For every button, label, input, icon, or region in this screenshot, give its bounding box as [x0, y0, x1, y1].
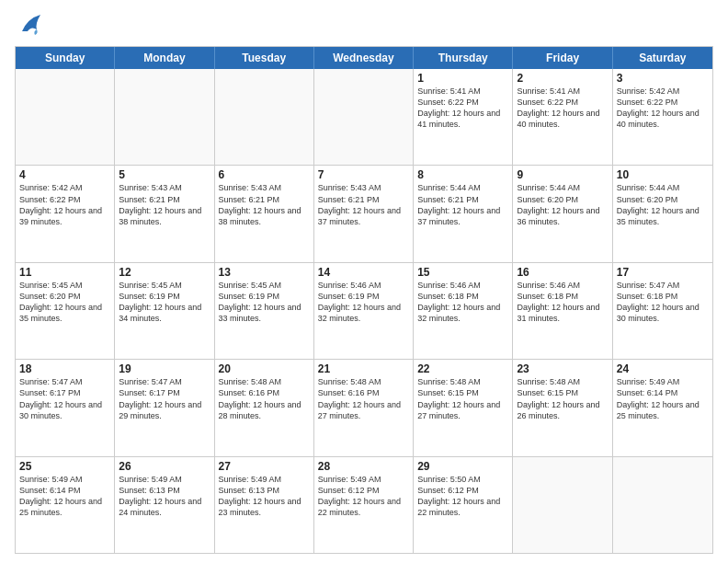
calendar-cell: 11Sunrise: 5:45 AM Sunset: 6:20 PM Dayli…: [16, 263, 115, 359]
calendar-header-row: SundayMondayTuesdayWednesdayThursdayFrid…: [16, 47, 712, 69]
calendar-body: 1Sunrise: 5:41 AM Sunset: 6:22 PM Daylig…: [16, 69, 712, 553]
page: SundayMondayTuesdayWednesdayThursdayFrid…: [0, 0, 728, 563]
day-info: Sunrise: 5:49 AM Sunset: 6:12 PM Dayligh…: [318, 474, 409, 519]
calendar-header-cell: Wednesday: [314, 47, 414, 69]
calendar-cell: 14Sunrise: 5:46 AM Sunset: 6:19 PM Dayli…: [314, 263, 414, 359]
day-number: 6: [219, 168, 310, 181]
day-number: 26: [119, 460, 210, 473]
day-info: Sunrise: 5:43 AM Sunset: 6:21 PM Dayligh…: [318, 182, 409, 227]
day-info: Sunrise: 5:41 AM Sunset: 6:22 PM Dayligh…: [517, 86, 608, 131]
calendar-cell: [215, 69, 314, 165]
day-info: Sunrise: 5:48 AM Sunset: 6:15 PM Dayligh…: [517, 376, 608, 421]
calendar-row: 25Sunrise: 5:49 AM Sunset: 6:14 PM Dayli…: [16, 456, 712, 553]
day-info: Sunrise: 5:49 AM Sunset: 6:14 PM Dayligh…: [617, 376, 709, 421]
calendar-cell: 27Sunrise: 5:49 AM Sunset: 6:13 PM Dayli…: [215, 457, 314, 553]
calendar-header-cell: Saturday: [613, 47, 712, 69]
day-info: Sunrise: 5:44 AM Sunset: 6:20 PM Dayligh…: [617, 182, 709, 227]
calendar-cell: 25Sunrise: 5:49 AM Sunset: 6:14 PM Dayli…: [16, 457, 115, 553]
calendar-cell: 22Sunrise: 5:48 AM Sunset: 6:15 PM Dayli…: [414, 360, 513, 455]
day-number: 9: [517, 168, 608, 181]
calendar-cell: [613, 457, 712, 553]
day-number: 13: [219, 266, 310, 279]
day-info: Sunrise: 5:47 AM Sunset: 6:17 PM Dayligh…: [19, 376, 110, 421]
calendar-cell: 19Sunrise: 5:47 AM Sunset: 6:17 PM Dayli…: [115, 360, 214, 455]
calendar-cell: 5Sunrise: 5:43 AM Sunset: 6:21 PM Daylig…: [115, 166, 214, 261]
day-info: Sunrise: 5:49 AM Sunset: 6:13 PM Dayligh…: [219, 474, 310, 519]
day-info: Sunrise: 5:44 AM Sunset: 6:20 PM Dayligh…: [517, 182, 608, 227]
day-info: Sunrise: 5:50 AM Sunset: 6:12 PM Dayligh…: [417, 474, 508, 519]
calendar-cell: [115, 69, 214, 165]
calendar-header-cell: Friday: [513, 47, 612, 69]
calendar-cell: 13Sunrise: 5:45 AM Sunset: 6:19 PM Dayli…: [215, 263, 314, 359]
day-number: 15: [417, 266, 508, 279]
calendar-header-cell: Tuesday: [215, 47, 314, 69]
day-number: 12: [119, 266, 210, 279]
day-info: Sunrise: 5:47 AM Sunset: 6:18 PM Dayligh…: [617, 280, 709, 325]
calendar-row: 18Sunrise: 5:47 AM Sunset: 6:17 PM Dayli…: [16, 359, 712, 455]
calendar-cell: 16Sunrise: 5:46 AM Sunset: 6:18 PM Dayli…: [513, 263, 612, 359]
calendar-cell: 28Sunrise: 5:49 AM Sunset: 6:12 PM Dayli…: [314, 457, 414, 553]
day-info: Sunrise: 5:46 AM Sunset: 6:19 PM Dayligh…: [318, 280, 409, 325]
calendar-cell: 20Sunrise: 5:48 AM Sunset: 6:16 PM Dayli…: [215, 360, 314, 455]
calendar-cell: 1Sunrise: 5:41 AM Sunset: 6:22 PM Daylig…: [414, 69, 513, 165]
day-number: 22: [417, 362, 508, 375]
day-number: 27: [219, 460, 310, 473]
logo: [15, 11, 44, 40]
day-info: Sunrise: 5:45 AM Sunset: 6:20 PM Dayligh…: [19, 280, 110, 325]
day-number: 17: [617, 266, 709, 279]
day-info: Sunrise: 5:43 AM Sunset: 6:21 PM Dayligh…: [219, 182, 310, 227]
day-number: 4: [19, 168, 110, 181]
day-number: 2: [517, 72, 608, 85]
day-info: Sunrise: 5:41 AM Sunset: 6:22 PM Dayligh…: [417, 86, 508, 131]
calendar: SundayMondayTuesdayWednesdayThursdayFrid…: [15, 46, 713, 554]
calendar-cell: 26Sunrise: 5:49 AM Sunset: 6:13 PM Dayli…: [115, 457, 214, 553]
calendar-header-cell: Sunday: [16, 47, 115, 69]
day-number: 20: [219, 362, 310, 375]
calendar-cell: 12Sunrise: 5:45 AM Sunset: 6:19 PM Dayli…: [115, 263, 214, 359]
day-number: 11: [19, 266, 110, 279]
calendar-cell: 8Sunrise: 5:44 AM Sunset: 6:21 PM Daylig…: [414, 166, 513, 261]
calendar-cell: [16, 69, 115, 165]
day-number: 8: [417, 168, 508, 181]
day-info: Sunrise: 5:46 AM Sunset: 6:18 PM Dayligh…: [417, 280, 508, 325]
day-info: Sunrise: 5:49 AM Sunset: 6:14 PM Dayligh…: [19, 474, 110, 519]
day-info: Sunrise: 5:47 AM Sunset: 6:17 PM Dayligh…: [119, 376, 210, 421]
day-number: 25: [19, 460, 110, 473]
calendar-cell: [513, 457, 612, 553]
day-info: Sunrise: 5:49 AM Sunset: 6:13 PM Dayligh…: [119, 474, 210, 519]
day-info: Sunrise: 5:43 AM Sunset: 6:21 PM Dayligh…: [119, 182, 210, 227]
header: [15, 11, 713, 40]
calendar-cell: 21Sunrise: 5:48 AM Sunset: 6:16 PM Dayli…: [314, 360, 414, 455]
day-info: Sunrise: 5:48 AM Sunset: 6:16 PM Dayligh…: [219, 376, 310, 421]
calendar-row: 11Sunrise: 5:45 AM Sunset: 6:20 PM Dayli…: [16, 262, 712, 359]
day-info: Sunrise: 5:42 AM Sunset: 6:22 PM Dayligh…: [617, 86, 709, 131]
calendar-cell: 2Sunrise: 5:41 AM Sunset: 6:22 PM Daylig…: [513, 69, 612, 165]
calendar-cell: 24Sunrise: 5:49 AM Sunset: 6:14 PM Dayli…: [613, 360, 712, 455]
calendar-cell: 29Sunrise: 5:50 AM Sunset: 6:12 PM Dayli…: [414, 457, 513, 553]
day-number: 29: [417, 460, 508, 473]
day-info: Sunrise: 5:48 AM Sunset: 6:15 PM Dayligh…: [417, 376, 508, 421]
day-number: 19: [119, 362, 210, 375]
day-info: Sunrise: 5:44 AM Sunset: 6:21 PM Dayligh…: [417, 182, 508, 227]
day-number: 10: [617, 168, 709, 181]
calendar-cell: 23Sunrise: 5:48 AM Sunset: 6:15 PM Dayli…: [513, 360, 612, 455]
calendar-header-cell: Monday: [115, 47, 214, 69]
day-info: Sunrise: 5:46 AM Sunset: 6:18 PM Dayligh…: [517, 280, 608, 325]
calendar-cell: 7Sunrise: 5:43 AM Sunset: 6:21 PM Daylig…: [314, 166, 414, 261]
logo-bird-icon: [15, 11, 44, 40]
calendar-cell: 15Sunrise: 5:46 AM Sunset: 6:18 PM Dayli…: [414, 263, 513, 359]
calendar-cell: 9Sunrise: 5:44 AM Sunset: 6:20 PM Daylig…: [513, 166, 612, 261]
day-number: 5: [119, 168, 210, 181]
calendar-cell: 6Sunrise: 5:43 AM Sunset: 6:21 PM Daylig…: [215, 166, 314, 261]
day-number: 3: [617, 72, 709, 85]
day-info: Sunrise: 5:45 AM Sunset: 6:19 PM Dayligh…: [219, 280, 310, 325]
day-info: Sunrise: 5:45 AM Sunset: 6:19 PM Dayligh…: [119, 280, 210, 325]
calendar-cell: 18Sunrise: 5:47 AM Sunset: 6:17 PM Dayli…: [16, 360, 115, 455]
calendar-cell: [314, 69, 414, 165]
day-number: 18: [19, 362, 110, 375]
calendar-cell: 4Sunrise: 5:42 AM Sunset: 6:22 PM Daylig…: [16, 166, 115, 261]
day-info: Sunrise: 5:42 AM Sunset: 6:22 PM Dayligh…: [19, 182, 110, 227]
calendar-row: 4Sunrise: 5:42 AM Sunset: 6:22 PM Daylig…: [16, 165, 712, 261]
day-number: 1: [417, 72, 508, 85]
day-number: 16: [517, 266, 608, 279]
